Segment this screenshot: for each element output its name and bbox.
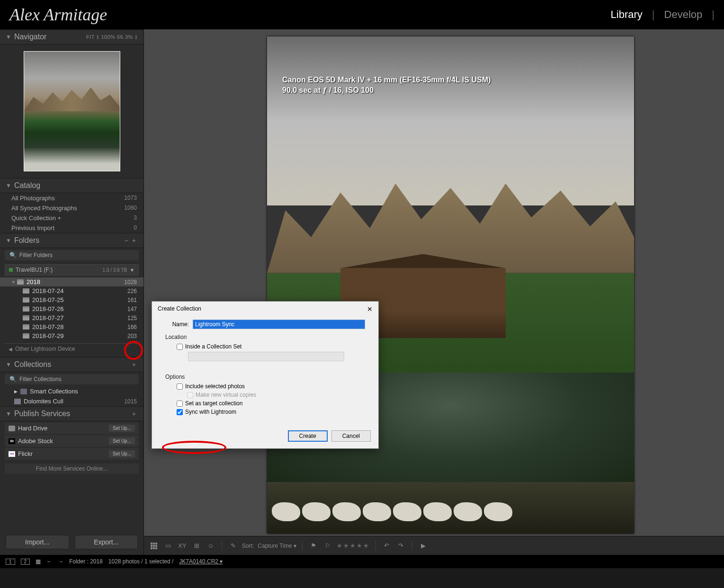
folder-row[interactable]: 2018-07-26147: [0, 304, 143, 313]
loupe-view-icon[interactable]: ▭: [163, 541, 173, 551]
grid-view-icon[interactable]: [149, 541, 159, 551]
rotate-cw-icon[interactable]: ↷: [396, 541, 406, 551]
sync-lightroom-check[interactable]: Sync with Lightroom: [177, 409, 365, 415]
chevron-left-icon: ◀: [9, 347, 12, 352]
set-target-check[interactable]: Set as target collection: [177, 400, 365, 407]
setup-button[interactable]: Set Up...: [109, 450, 135, 457]
flag-reject-icon[interactable]: ⚐: [322, 541, 333, 551]
status-folder: Folder : 2018: [69, 558, 103, 565]
navigator-body: [0, 45, 143, 178]
meta-line2: 90.0 sec at ƒ / 16, ISO 100: [282, 85, 491, 96]
find-more-services[interactable]: Find More Services Online...: [5, 463, 139, 474]
main-photo[interactable]: [267, 36, 634, 534]
publish-row[interactable]: St Adobe Stock Set Up...: [5, 435, 139, 447]
disclosure-triangle-icon: ▼: [6, 182, 11, 189]
catalog-title: Catalog: [14, 181, 138, 190]
drive-status-icon: [9, 268, 13, 272]
catalog-row[interactable]: All Photographs1073: [0, 193, 143, 203]
folder-row[interactable]: 2018-07-29203: [0, 331, 143, 340]
create-button[interactable]: Create: [288, 430, 328, 442]
navigator-preview[interactable]: [24, 51, 120, 171]
center-area: Canon EOS 5D Mark IV + 16 mm (EF16-35mm …: [144, 29, 724, 555]
sort-dropdown[interactable]: Capture Time ▾: [258, 543, 296, 549]
disclosure-triangle-icon: ▼: [6, 361, 11, 368]
folder-row[interactable]: 2018-07-27125: [0, 313, 143, 322]
navigator-title: Navigator: [14, 33, 86, 41]
star-rating[interactable]: ★★★★★: [337, 542, 370, 549]
painter-icon[interactable]: ✎: [228, 541, 238, 551]
publish-row[interactable]: Hard Drive Set Up...: [5, 422, 139, 434]
compare-view-icon[interactable]: XY: [177, 541, 188, 551]
navigator-zoom[interactable]: FIT ‡ 100% 66.3% ‡: [86, 34, 138, 40]
catalog-row[interactable]: Previous Import0: [0, 223, 143, 233]
search-icon: 🔍: [9, 376, 17, 383]
people-view-icon[interactable]: ☺: [206, 541, 216, 551]
back-icon[interactable]: ←: [46, 558, 52, 565]
cancel-button[interactable]: Cancel: [331, 430, 371, 442]
disclosure-triangle-icon: ▼: [6, 237, 11, 244]
collections-header[interactable]: ▼ Collections +: [0, 357, 143, 372]
top-bar: Alex Armitage Library | Develop |: [0, 0, 724, 29]
chevron-down-icon[interactable]: ▼: [130, 267, 134, 273]
folders-plus-icon[interactable]: +: [130, 237, 138, 244]
folder-label: 2018: [27, 278, 124, 285]
module-divider: |: [652, 9, 655, 21]
disclosure-triangle-icon[interactable]: ▼: [11, 280, 17, 285]
location-group-label: Location: [165, 334, 365, 340]
other-device-row[interactable]: ◀ Other Lightroom Device: [5, 343, 139, 354]
catalog-row[interactable]: All Synced Photographs1060: [0, 203, 143, 213]
screen-badge-2[interactable]: 2: [21, 559, 30, 565]
folder-row[interactable]: 2018-07-24226: [0, 286, 143, 295]
folder-row[interactable]: 2018-07-28166: [0, 322, 143, 331]
catalog-header[interactable]: ▼ Catalog: [0, 178, 143, 193]
collection-set-select: [188, 352, 344, 361]
status-bar: 1 2 ▦ ← → Folder : 2018 1028 photos / 1 …: [0, 555, 724, 568]
folders-header[interactable]: ▼ Folders − +: [0, 233, 143, 248]
folder-row[interactable]: 2018-07-25161: [0, 295, 143, 304]
import-button[interactable]: Import...: [6, 535, 69, 549]
survey-view-icon[interactable]: ⊞: [191, 541, 202, 551]
collections-filter[interactable]: 🔍 Filter Collections: [5, 374, 139, 384]
disclosure-triangle-icon[interactable]: ▶: [14, 389, 18, 394]
publish-plus-icon[interactable]: +: [130, 410, 138, 418]
folder-icon: [17, 279, 24, 285]
module-picker: Library | Develop |: [611, 9, 715, 21]
status-filename[interactable]: JK7A0140.CR2 ▾: [179, 558, 223, 565]
close-icon[interactable]: ✕: [367, 305, 373, 313]
drive-label: TravelBU1 (F:): [16, 267, 103, 273]
folders-title: Folders: [14, 236, 123, 245]
navigator-header[interactable]: ▼ Navigator FIT ‡ 100% 66.3% ‡: [0, 29, 143, 45]
smart-collection-icon: [20, 389, 27, 394]
collection-row[interactable]: Dolomites Cull 1015: [0, 396, 143, 406]
collection-row[interactable]: ▶ Smart Collections: [0, 386, 143, 396]
drive-row[interactable]: TravelBU1 (F:) 1.0 / 3.6 TB ▼: [5, 264, 139, 276]
slideshow-icon[interactable]: ▶: [418, 541, 429, 551]
dialog-titlebar: Create Collection ✕: [152, 302, 378, 320]
folders-filter[interactable]: 🔍 Filter Folders: [5, 250, 139, 260]
setup-button[interactable]: Set Up...: [109, 425, 135, 432]
folder-icon: [23, 297, 29, 303]
rotate-ccw-icon[interactable]: ↶: [382, 541, 392, 551]
publish-row[interactable]: Flickr Set Up...: [5, 448, 139, 460]
brand-logo: Alex Armitage: [9, 5, 611, 25]
publish-header[interactable]: ▼ Publish Services +: [0, 406, 143, 421]
export-button[interactable]: Export...: [75, 535, 138, 549]
grid-icon[interactable]: ▦: [36, 558, 41, 565]
module-library[interactable]: Library: [611, 9, 643, 21]
include-photos-check[interactable]: Include selected photos: [177, 383, 365, 390]
drive-capacity: 1.0 / 3.6 TB: [103, 267, 127, 273]
folder-icon: [23, 324, 29, 330]
flag-pick-icon[interactable]: ⚑: [308, 541, 319, 551]
folder-row-root[interactable]: ▼ 2018 1028: [0, 277, 143, 286]
folders-minus-icon[interactable]: −: [123, 237, 130, 244]
collection-name-input[interactable]: [193, 320, 365, 329]
virtual-copies-check: Make new virtual copies: [187, 392, 365, 398]
collections-plus-icon[interactable]: +: [130, 361, 138, 368]
status-counts: 1028 photos / 1 selected /: [108, 558, 173, 565]
module-develop[interactable]: Develop: [664, 9, 703, 21]
inside-collection-set-check[interactable]: Inside a Collection Set: [177, 343, 365, 350]
catalog-row[interactable]: Quick Collection +3: [0, 213, 143, 223]
forward-icon[interactable]: →: [58, 558, 63, 565]
screen-badge-1[interactable]: 1: [6, 559, 15, 565]
setup-button[interactable]: Set Up...: [109, 437, 135, 445]
